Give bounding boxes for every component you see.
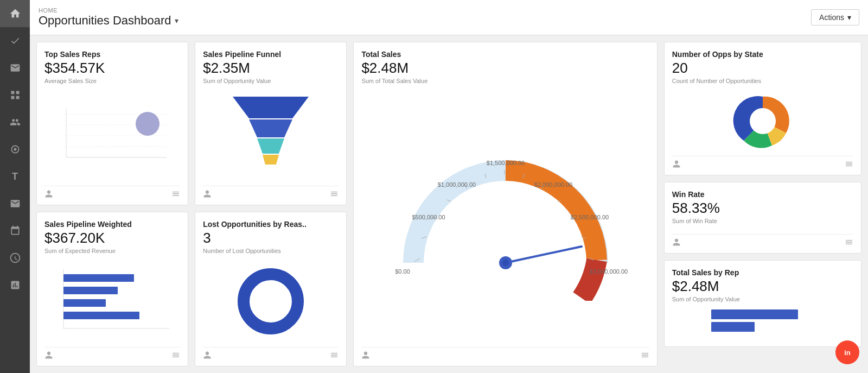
card-lost-opportunities: Lost Opportunities by Reas.. 3 Number of… [195,212,347,367]
sidebar-item-tasks[interactable] [0,27,30,54]
card-footer-total-sales [361,347,649,362]
list-icon-win-rate [845,238,853,249]
card-value-pipeline-weighted: $367.20K [44,230,180,246]
card-footer-top-sales-reps [44,186,180,200]
svg-text:$500,000.00: $500,000.00 [412,214,445,220]
gauge-chart: $0.00 $500,000.00 $1,000,000.00 $1,500,0… [381,132,630,301]
card-value-lost-opps: 3 [203,230,339,246]
card-sales-pipeline-funnel: Sales Pipeline Funnel $2.35M Sum of Oppo… [195,42,347,205]
list-icon-pipeline-weighted [171,351,180,362]
actions-button[interactable]: Actions ▾ [811,9,859,26]
funnel-chart-container [203,88,339,184]
sidebar: T [0,0,30,373]
list-icon-funnel [330,189,339,200]
user-icon-funnel [203,189,212,200]
svg-marker-13 [263,155,279,165]
card-win-rate: Win Rate 58.33% Sum of Win Rate [664,182,861,254]
svg-rect-43 [63,287,118,294]
ring-chart-container [203,258,339,345]
card-value-opps-state: 20 [672,60,853,77]
bubble-chart [55,103,169,168]
sidebar-item-home[interactable] [0,0,30,27]
card-title-win-rate: Win Rate [672,190,853,199]
card-title-pipeline-weighted: Sales Pipeline Weighted [44,220,180,229]
svg-rect-42 [63,274,134,282]
sidebar-item-accounts[interactable] [0,109,30,136]
list-icon [171,189,180,200]
card-subtitle-pipeline-funnel: Sum of Opportunity Value [203,78,339,84]
donut-chart [727,88,798,154]
main-content: HOME Opportunities Dashboard ▾ Actions ▾… [30,0,868,373]
svg-marker-10 [233,97,309,118]
header: HOME Opportunities Dashboard ▾ Actions ▾ [30,0,868,35]
donut-chart-container [672,88,853,154]
card-footer-pipeline-weighted [44,347,180,362]
user-icon-pipeline-weighted [44,351,53,362]
hbar-chart-container [44,258,180,345]
svg-text:$1,000,000.00: $1,000,000.00 [437,181,475,188]
card-title-pipeline-funnel: Sales Pipeline Funnel [203,50,339,59]
user-icon-opps-state [672,160,681,170]
svg-rect-45 [63,312,139,319]
svg-line-35 [506,246,582,263]
card-footer-win-rate [672,234,853,249]
right-column: Number of Opps by State 20 Count of Numb… [664,42,861,366]
card-subtitle-win-rate: Sum of Win Rate [672,218,853,224]
card-title-lost-opps: Lost Opportunities by Reas.. [203,220,339,229]
sidebar-item-opportunities[interactable] [0,136,30,163]
page-title-container: Opportunities Dashboard ▾ [39,14,178,28]
sidebar-item-contacts[interactable] [0,54,30,81]
card-footer-opps-state [672,156,853,170]
dashboard-grid: Top Sales Reps $354.57K Average Sales Si… [30,35,868,373]
card-total-sales-by-rep: Total Sales by Rep $2.48M Sum of Opportu… [664,260,861,347]
user-icon-lost-opps [203,351,212,362]
funnel-chart [222,97,320,175]
page-title: Opportunities Dashboard [39,14,171,28]
svg-text:$3,000,000.00: $3,000,000.00 [589,268,627,275]
ring-chart-lost-opps [235,266,306,337]
header-left: HOME Opportunities Dashboard ▾ [39,7,178,28]
svg-text:$2,000,000.00: $2,000,000.00 [534,181,572,188]
card-value-top-sales-reps: $354.57K [44,60,180,77]
card-subtitle-pipeline-weighted: Sum of Expected Revenue [44,248,180,254]
card-title-opps-state: Number of Opps by State [672,50,853,59]
card-subtitle-total-sales: Sum of Total Sales Value [361,78,649,84]
svg-marker-11 [249,119,292,137]
svg-point-9 [136,112,159,136]
card-title-total-sales: Total Sales [361,50,649,59]
svg-text:$1,500,000.00: $1,500,000.00 [486,160,524,166]
sidebar-item-reports[interactable] [0,271,30,299]
card-footer-lost-opps [203,347,339,362]
svg-text:$0.00: $0.00 [395,268,410,275]
bubble-chart-container [44,88,180,184]
vbar-chart-sales-rep [709,307,817,342]
card-value-total-sales-rep: $2.48M [672,278,853,295]
svg-point-47 [256,286,286,317]
list-icon-lost-opps [330,351,339,362]
list-icon-total-sales [641,351,649,362]
card-subtitle-top-sales-reps: Average Sales Size [44,78,180,84]
user-icon-win-rate [672,238,681,249]
sidebar-item-mail[interactable] [0,190,30,217]
card-footer-pipeline-funnel [203,186,339,200]
invision-badge[interactable]: in [835,340,859,364]
svg-point-1 [14,148,16,151]
vbar-chart-container [672,307,853,342]
sidebar-item-clock[interactable] [0,244,30,271]
card-value-win-rate: 58.33% [672,200,853,217]
card-sales-pipeline-weighted: Sales Pipeline Weighted $367.20K Sum of … [36,212,188,367]
sidebar-item-text[interactable]: T [0,163,30,190]
title-dropdown-caret[interactable]: ▾ [175,16,178,25]
card-subtitle-opps-state: Count of Number of Opportunities [672,78,853,84]
user-icon-total-sales [361,351,370,362]
sidebar-item-calendar[interactable] [0,217,30,244]
svg-text:$2,500,000.00: $2,500,000.00 [570,214,608,220]
card-value-total-sales: $2.48M [361,60,649,77]
svg-marker-12 [257,138,284,154]
card-title-top-sales-reps: Top Sales Reps [44,50,180,59]
card-value-pipeline-funnel: $2.35M [203,60,339,77]
svg-point-37 [750,108,776,134]
sidebar-item-grid[interactable] [0,81,30,109]
card-top-sales-reps: Top Sales Reps $354.57K Average Sales Si… [36,42,188,205]
svg-rect-38 [711,309,798,319]
